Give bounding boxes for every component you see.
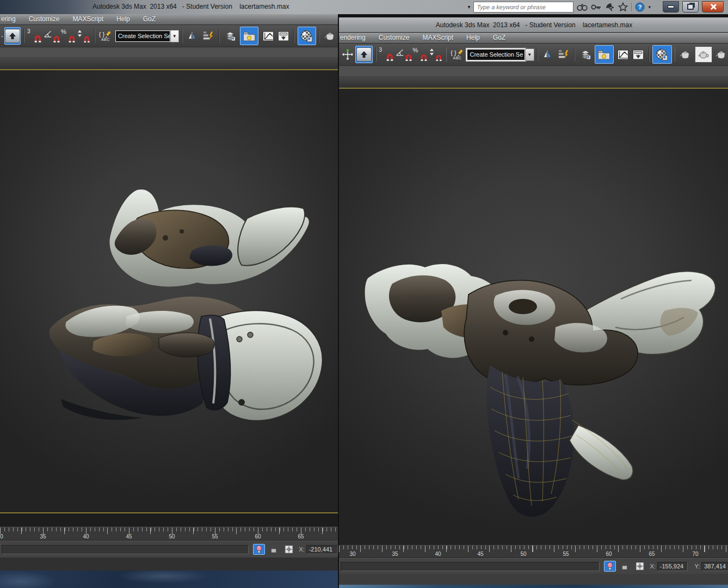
ruler-label: 40 xyxy=(83,534,89,540)
layer-manager-button[interactable] xyxy=(578,46,593,63)
schematic-view-button[interactable] xyxy=(276,28,291,44)
help-icon[interactable] xyxy=(635,2,645,12)
minimize-button[interactable] xyxy=(663,1,679,13)
coordinates-icon xyxy=(636,562,644,571)
track-bar[interactable] xyxy=(0,513,338,527)
help-dropdown-icon[interactable]: ▾ xyxy=(648,4,651,10)
selection-set-combo[interactable]: Create Selection Se xyxy=(467,49,525,60)
angle-icon xyxy=(43,30,53,38)
percent-snap-button[interactable]: % xyxy=(61,28,76,44)
menu-goz[interactable]: GoZ xyxy=(137,14,162,24)
material-sphere-icon xyxy=(300,30,313,42)
right-window: Autodesk 3ds Max 2013 x64 - Student Vers… xyxy=(338,15,728,588)
selection-set-dropdown-button[interactable]: ▼ xyxy=(525,48,534,61)
absolute-mode-button[interactable] xyxy=(634,561,645,572)
left-3d-model[interactable] xyxy=(28,186,333,436)
ruler-label: 55 xyxy=(212,534,218,540)
select-object-button[interactable] xyxy=(355,46,373,63)
rendered-frame-window-button[interactable] xyxy=(695,46,712,63)
communication-center-icon[interactable] xyxy=(605,3,615,11)
named-selection-sets-button[interactable]: { } ABC xyxy=(98,28,113,44)
select-manipulate-button[interactable] xyxy=(340,46,355,63)
curve-editor-button[interactable] xyxy=(615,46,631,63)
layer-manager-button[interactable] xyxy=(223,28,238,44)
render-setup-button[interactable] xyxy=(678,46,693,63)
mirror-icon xyxy=(188,32,199,40)
favorites-star-icon[interactable] xyxy=(618,2,628,11)
menu-rendering[interactable]: endering xyxy=(339,33,372,43)
right-timeline-ruler[interactable]: 30 35 40 45 50 55 60 65 70 xyxy=(339,545,728,558)
left-timeline-ruler[interactable]: 0 35 40 45 50 55 60 65 xyxy=(0,527,338,541)
viewport-header-strip xyxy=(0,58,338,69)
selection-set-dropdown-button[interactable]: ▼ xyxy=(170,30,179,42)
snaps-toggle-3d-button[interactable]: 3 xyxy=(379,46,394,63)
close-button[interactable] xyxy=(702,1,724,13)
x-coordinate-field[interactable]: -155,924 xyxy=(657,562,688,571)
menu-maxscript[interactable]: MAXScript xyxy=(66,14,110,24)
desktop-wallpaper xyxy=(0,571,338,588)
toolbar-flyout-icon[interactable]: • xyxy=(0,34,4,39)
menu-help[interactable]: Help xyxy=(460,33,486,43)
menu-customize[interactable]: Customize xyxy=(372,33,416,43)
schematic-view-button[interactable] xyxy=(631,46,646,63)
isolate-lightbulb-button[interactable] xyxy=(604,561,615,572)
right-viewport[interactable] xyxy=(339,89,728,545)
menu-customize[interactable]: Customize xyxy=(22,14,66,24)
ribbon-collapsed-strip xyxy=(0,47,338,58)
angle-snap-button[interactable] xyxy=(42,28,61,44)
snaps-toggle-3d-button[interactable]: 3 xyxy=(27,28,42,44)
right-window-title: Autodesk 3ds Max 2013 x64 - Student Vers… xyxy=(436,21,633,29)
search-input[interactable] xyxy=(473,2,573,13)
right-window-titlebar[interactable]: Autodesk 3ds Max 2013 x64 - Student Vers… xyxy=(339,17,728,33)
ruler-label: 65 xyxy=(649,551,655,557)
mirror-button[interactable] xyxy=(186,28,201,44)
spinner-arrows-icon xyxy=(77,30,82,37)
folder-lightbulb-icon xyxy=(243,31,256,41)
divider xyxy=(182,29,183,43)
menu-help[interactable]: Help xyxy=(110,14,137,24)
align-button[interactable] xyxy=(556,46,571,63)
align-button[interactable] xyxy=(201,28,216,44)
ruler-label: 30 xyxy=(349,551,355,557)
material-editor-button[interactable] xyxy=(298,27,316,45)
graphite-ribbon-toggle-button[interactable] xyxy=(240,27,258,45)
render-button[interactable] xyxy=(714,46,728,63)
search-icon[interactable] xyxy=(577,3,588,11)
percent-snap-button[interactable]: % xyxy=(413,46,428,63)
menu-maxscript[interactable]: MAXScript xyxy=(416,33,460,43)
menu-goz[interactable]: GoZ xyxy=(486,33,512,43)
key-icon[interactable] xyxy=(591,3,602,11)
left-window-titlebar[interactable]: Autodesk 3ds Max 2013 x64 - Student Vers… xyxy=(0,0,728,14)
menu-rendering[interactable]: ering xyxy=(0,14,22,24)
spinner-snap-button[interactable] xyxy=(428,46,443,63)
spinner-snap-button[interactable] xyxy=(76,28,91,44)
mirror-button[interactable] xyxy=(541,46,556,63)
infocenter-flyout-icon[interactable]: ▾ xyxy=(467,4,470,10)
left-window-title: Autodesk 3ds Max 2013 x64 - Student Vers… xyxy=(92,3,289,10)
restore-button[interactable] xyxy=(682,1,699,13)
selection-lock-button[interactable] xyxy=(619,561,631,572)
divider xyxy=(294,29,295,43)
right-3d-model[interactable] xyxy=(360,246,719,520)
isolate-lightbulb-button[interactable] xyxy=(253,544,264,555)
selection-lock-button[interactable] xyxy=(268,544,280,555)
render-setup-button[interactable] xyxy=(323,28,338,44)
left-viewport[interactable] xyxy=(0,70,338,512)
magnet-icon xyxy=(53,35,60,43)
select-object-button[interactable] xyxy=(4,27,21,45)
align-icon xyxy=(202,31,214,41)
y-coordinate-field[interactable]: 387,414 xyxy=(701,562,728,571)
absolute-mode-button[interactable] xyxy=(283,544,294,555)
named-selection-sets-button[interactable]: { } ABC xyxy=(449,46,465,63)
teapot-icon xyxy=(715,50,728,59)
divider xyxy=(94,29,95,43)
selection-set-combo[interactable]: Create Selection Se xyxy=(115,30,170,42)
angle-snap-button[interactable] xyxy=(394,46,413,63)
graphite-ribbon-toggle-button[interactable] xyxy=(595,45,614,64)
material-editor-button[interactable] xyxy=(652,45,671,64)
curve-editor-button[interactable] xyxy=(261,28,276,44)
x-coordinate-field[interactable]: -210,441 xyxy=(306,545,338,554)
ruler-label: 50 xyxy=(520,551,526,557)
desktop: { "left_window": { "title": "Autodesk 3d… xyxy=(0,0,728,588)
ruler-label: 70 xyxy=(692,551,698,557)
